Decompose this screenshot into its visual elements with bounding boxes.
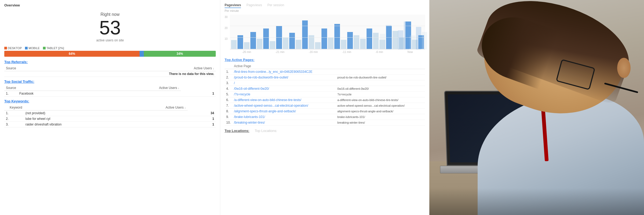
top-referrals-title[interactable]: Top Referrals: — [4, 60, 216, 64]
top-social-section: Top Social Traffic: Source Active Users … — [4, 80, 216, 96]
page-link-10[interactable]: /breaking-winter-tires/ — [234, 121, 265, 124]
page-num-8: 8. — [225, 109, 232, 114]
bar-23 — [373, 33, 379, 49]
social-users-header: Active Users ↓ — [18, 85, 181, 91]
bar-21 — [360, 39, 366, 49]
bar-15 — [321, 28, 327, 49]
table-row: 3. / — [225, 80, 425, 86]
top-active-pages-title[interactable]: Top Active Pages: — [225, 58, 425, 62]
top-locations-section: Top Locations: Top Locations: — [225, 129, 425, 134]
bar-5 — [257, 39, 262, 49]
page-link-3[interactable]: / — [234, 81, 235, 85]
bar-8 — [276, 26, 282, 49]
page-ghost-2: proud-to-be-rob-duckworth-tire-outlet/ — [336, 75, 425, 80]
keywords-table: Keyword Active Users ↓ 1. (not provided)… — [4, 105, 216, 127]
top-keywords-section: Top Keywords: Keyword Active Users ↓ 1. … — [4, 99, 216, 127]
social-users-facebook: 1 — [181, 91, 216, 96]
mobile-icon — [25, 47, 28, 49]
pageviews-tabs: Pageviews Pageviews Per session — [225, 3, 425, 8]
device-legend: DESKTOP MOBILE TABLET [2%] — [4, 46, 216, 50]
social-source-facebook: Facebook — [18, 91, 181, 96]
referrals-table: Source Active Users ↓ There is no data f… — [4, 66, 216, 77]
page-link-1[interactable]: /first-tires-from-contine...ly_enc_id=04… — [234, 70, 313, 74]
tab-per-session[interactable]: Per session — [267, 3, 284, 8]
kw-raider-users: 1 — [188, 122, 216, 127]
kw-lube-users: 1 — [188, 116, 216, 122]
legend-tablet: TABLET [2%] — [43, 46, 64, 50]
top-locations-title[interactable]: Top Locations: — [225, 129, 249, 133]
page-ghost-5: ?s=recycle — [336, 92, 425, 97]
bar-6 — [263, 28, 269, 49]
tablet-label: TABLET [2%] — [46, 46, 64, 50]
bar-3 — [244, 42, 250, 49]
bar-16 — [328, 38, 334, 49]
page-num-7: 7. — [225, 103, 232, 109]
table-row: 1. Facebook 1 — [4, 91, 216, 96]
locations-tabs: Top Locations: Top Locations: — [225, 129, 425, 134]
page-link-8[interactable]: /alignment-specs-thrust-angle-and-setbac… — [234, 109, 296, 113]
page-num-10: 10. — [225, 120, 232, 126]
table-row: 1. /first-tires-from-contine...ly_enc_id… — [225, 69, 425, 75]
bar-4 — [250, 32, 256, 49]
active-pages-section: Top Active Pages: Active Page 1. /first-… — [225, 58, 425, 126]
table-row: 4. /0w16-oil-different-0w20/ 0w16-oil-di… — [225, 86, 425, 92]
tablet-bar — [140, 51, 144, 57]
page-ghost-3 — [336, 80, 425, 86]
referrals-no-data: There is no data for this view. — [4, 71, 216, 77]
page-title: Overview — [4, 3, 216, 7]
tablet-icon — [43, 47, 46, 49]
table-row: 2. /proud-to-be-rob-duckworth-tire-outle… — [225, 75, 425, 80]
page-link-4[interactable]: /0w16-oil-different-0w20/ — [234, 87, 269, 91]
charts-panel: Pageviews Pageviews Per session Per minu… — [220, 0, 429, 215]
page-link-9[interactable]: /brake-lubricants-101/ — [234, 115, 265, 119]
referrals-no-data-row: There is no data for this view. — [4, 71, 216, 77]
page-ghost-6: a-different-view-on-auto-bild-chinese-ti… — [336, 97, 425, 103]
page-ghost-9: brake-lubricants-101/ — [336, 114, 425, 120]
social-source-header: Source — [4, 85, 18, 91]
mobile-bar: 34% — [144, 51, 216, 57]
desktop-icon — [4, 47, 7, 49]
table-row: 5. /?s=recycle ?s=recycle — [225, 92, 425, 97]
page-link-7[interactable]: /active-wheel-speed-senso...cal-electric… — [234, 104, 308, 108]
page-num-1: 1. — [225, 69, 232, 75]
top-keywords-title[interactable]: Top Keywords: — [4, 99, 216, 103]
top-social-title[interactable]: Top Social Traffic: — [4, 80, 216, 84]
page-num-6: 6. — [225, 97, 232, 103]
pageviews-section: Pageviews Pageviews Per session Per minu… — [225, 3, 425, 53]
desktop-label: DESKTOP — [8, 46, 22, 50]
top-locations-ghost: Top Locations: — [255, 129, 277, 134]
bar-14 — [315, 42, 321, 49]
table-row: 6. /a-different-view-on-auto-bild-chines… — [225, 97, 425, 103]
bar-13 — [309, 35, 314, 49]
ambient-shadow — [429, 188, 644, 215]
bar-9 — [283, 38, 288, 49]
analytics-panel: Overview Right now 53 active users on si… — [0, 0, 220, 215]
bar-20 — [354, 35, 359, 49]
kw-row-num-3: 3. — [4, 122, 24, 127]
page-ghost-10: breaking-winter-tires/ — [336, 120, 425, 126]
table-row: 8. /alignment-specs-thrust-angle-and-set… — [225, 109, 425, 114]
chart-x-labels: -26 min -21 min -16 min -11 min -6 min N… — [230, 51, 425, 53]
referrals-users-header: Active Users ↓ — [81, 66, 216, 71]
chart-sublabel-permin: Per minute — [225, 9, 425, 12]
tab-pageviews-2[interactable]: Pageviews — [246, 3, 262, 8]
kw-lube: lube for wheel cyl — [24, 116, 188, 122]
x-label-4: -11 min — [342, 51, 351, 53]
tab-pageviews-active[interactable]: Pageviews — [225, 3, 241, 8]
bar-10 — [289, 33, 295, 49]
page-ghost-1 — [336, 69, 425, 75]
chart-y-10: 10 — [225, 37, 229, 40]
page-link-6[interactable]: /a-different-view-on-auto-bild-chinese-t… — [234, 98, 301, 102]
referrals-source-header: Source — [4, 66, 81, 71]
active-pages-table: Active Page 1. /first-tires-from-contine… — [225, 63, 425, 126]
x-label-3: -16 min — [309, 51, 318, 53]
bar-2 — [237, 35, 243, 49]
page-link-5[interactable]: /?s=recycle — [234, 92, 250, 96]
pages-page-header: Active Page — [232, 63, 336, 69]
right-now-label: Right now — [4, 12, 216, 17]
page-link-2[interactable]: /proud-to-be-rob-duckworth-tire-outlet/ — [234, 76, 288, 79]
page-ghost-4: 0w16-oil-different-0w20/ — [336, 86, 425, 92]
social-table: Source Active Users ↓ 1. Facebook 1 — [4, 85, 216, 96]
right-now-section: Right now 53 active users on site — [4, 9, 216, 44]
table-row: 2. lube for wheel cyl 1 — [4, 116, 216, 122]
